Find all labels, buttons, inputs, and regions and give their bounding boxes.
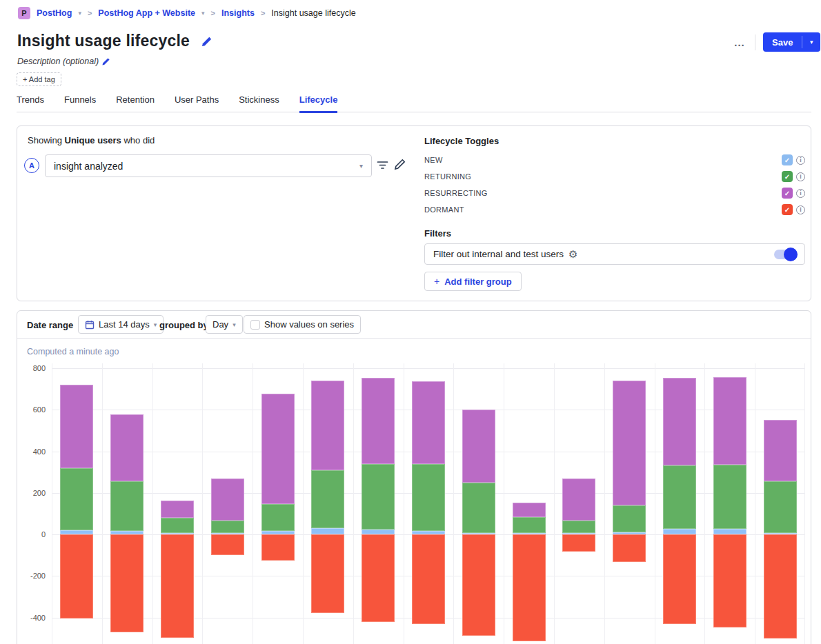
bar-segment-returning[interactable] bbox=[110, 481, 144, 531]
tab-trends[interactable]: Trends bbox=[17, 94, 44, 112]
breadcrumb-item[interactable]: PostHog bbox=[37, 8, 72, 18]
bar-segment-new[interactable] bbox=[362, 530, 395, 534]
date-range-button[interactable]: Last 14 days ▾ bbox=[78, 315, 164, 334]
bar-segment-returning[interactable] bbox=[713, 465, 746, 529]
tab-retention[interactable]: Retention bbox=[116, 94, 155, 112]
bar-segment-dormant[interactable] bbox=[211, 534, 244, 555]
header-divider bbox=[755, 34, 755, 50]
bar-segment-dormant[interactable] bbox=[713, 534, 746, 627]
bar-segment-returning[interactable] bbox=[462, 483, 495, 533]
gridline-v bbox=[755, 363, 755, 644]
bar-segment-resurrecting[interactable] bbox=[211, 479, 244, 521]
gridline-v bbox=[704, 363, 705, 644]
bar-segment-new[interactable] bbox=[713, 529, 746, 534]
tab-user-paths[interactable]: User Paths bbox=[175, 94, 219, 112]
gridline-v bbox=[253, 363, 253, 644]
gridline-v bbox=[303, 363, 304, 644]
gridline-v bbox=[353, 363, 354, 644]
bar-segment-resurrecting[interactable] bbox=[362, 378, 395, 464]
breadcrumb-separator: > bbox=[261, 9, 265, 17]
bar-segment-returning[interactable] bbox=[412, 464, 445, 532]
tab-funnels[interactable]: Funnels bbox=[64, 94, 96, 112]
interval-select[interactable]: Day ▾ bbox=[206, 315, 243, 334]
bar-segment-returning[interactable] bbox=[362, 464, 395, 530]
bar-segment-dormant[interactable] bbox=[513, 534, 546, 641]
tab-stickiness[interactable]: Stickiness bbox=[239, 94, 279, 112]
bar-segment-returning[interactable] bbox=[513, 517, 546, 533]
more-options-button[interactable]: ... bbox=[730, 33, 749, 51]
bar-segment-returning[interactable] bbox=[60, 468, 93, 530]
bar-segment-returning[interactable] bbox=[261, 504, 295, 531]
bar-segment-dormant[interactable] bbox=[311, 534, 344, 613]
internal-users-toggle[interactable] bbox=[774, 250, 796, 259]
bar-segment-resurrecting[interactable] bbox=[713, 377, 746, 465]
checkbox-returning[interactable]: ✓ bbox=[782, 171, 793, 182]
gridline-v bbox=[102, 363, 103, 644]
bar-segment-dormant[interactable] bbox=[261, 534, 295, 561]
gridline-v bbox=[404, 363, 404, 644]
bar-segment-returning[interactable] bbox=[161, 518, 194, 533]
bar-segment-resurrecting[interactable] bbox=[161, 501, 194, 518]
bar-segment-resurrecting[interactable] bbox=[110, 414, 144, 481]
bar-segment-returning[interactable] bbox=[764, 481, 797, 533]
checkbox-dormant[interactable]: ✓ bbox=[782, 204, 793, 215]
save-button[interactable]: Save ▾ bbox=[763, 32, 820, 52]
bar-segment-resurrecting[interactable] bbox=[462, 410, 495, 483]
posthog-logo[interactable]: P bbox=[18, 7, 30, 19]
bar-segment-resurrecting[interactable] bbox=[261, 394, 295, 504]
bar-segment-returning[interactable] bbox=[311, 470, 344, 528]
bar-segment-new[interactable] bbox=[311, 528, 344, 534]
bar-segment-dormant[interactable] bbox=[663, 534, 696, 624]
save-button-label[interactable]: Save bbox=[763, 32, 802, 52]
edit-description-icon[interactable] bbox=[101, 57, 110, 69]
info-icon: i bbox=[796, 156, 805, 165]
bar-segment-dormant[interactable] bbox=[110, 534, 144, 632]
bar-segment-resurrecting[interactable] bbox=[663, 378, 696, 465]
gear-icon[interactable]: ⚙ bbox=[568, 249, 577, 259]
save-dropdown-caret[interactable]: ▾ bbox=[802, 32, 820, 52]
bar-segment-returning[interactable] bbox=[562, 521, 595, 533]
edit-title-icon[interactable] bbox=[201, 36, 212, 50]
gridline-v bbox=[52, 363, 52, 644]
tab-lifecycle[interactable]: Lifecycle bbox=[299, 94, 338, 113]
bar-segment-dormant[interactable] bbox=[412, 534, 445, 624]
checkbox-resurrecting[interactable]: ✓ bbox=[782, 188, 793, 199]
y-axis-tick: 400 bbox=[17, 447, 46, 456]
bar-segment-dormant[interactable] bbox=[613, 534, 646, 562]
bar-segment-new[interactable] bbox=[663, 529, 696, 534]
description-placeholder[interactable]: Description (optional) bbox=[17, 57, 99, 66]
breadcrumb-item[interactable]: Insights bbox=[221, 8, 255, 18]
bar-segment-resurrecting[interactable] bbox=[613, 381, 646, 505]
y-axis-tick: 0 bbox=[17, 530, 46, 539]
show-values-checkbox[interactable] bbox=[250, 320, 260, 330]
bar-segment-resurrecting[interactable] bbox=[60, 385, 93, 468]
bar-segment-dormant[interactable] bbox=[362, 534, 395, 622]
bar-segment-dormant[interactable] bbox=[462, 534, 495, 636]
checkbox-new[interactable]: ✓ bbox=[782, 154, 793, 165]
bar-segment-resurrecting[interactable] bbox=[412, 381, 445, 464]
add-filter-group-button[interactable]: + Add filter group bbox=[424, 272, 522, 291]
edit-series-icon[interactable] bbox=[394, 159, 406, 172]
bar-segment-returning[interactable] bbox=[663, 465, 696, 529]
filter-icon[interactable] bbox=[377, 160, 388, 172]
bar-segment-dormant[interactable] bbox=[60, 534, 93, 618]
breadcrumb-separator: > bbox=[211, 9, 215, 17]
y-axis-tick: 800 bbox=[17, 364, 46, 372]
bar-segment-returning[interactable] bbox=[613, 505, 646, 532]
chevron-down-icon[interactable]: ▾ bbox=[201, 10, 205, 17]
breadcrumb-item[interactable]: PostHog App + Website bbox=[98, 8, 195, 18]
chevron-down-icon: ▾ bbox=[154, 321, 157, 328]
info-icon: i bbox=[796, 205, 805, 214]
bar-segment-dormant[interactable] bbox=[764, 534, 797, 638]
add-tag-button[interactable]: + Add tag bbox=[17, 72, 61, 86]
bar-segment-resurrecting[interactable] bbox=[764, 420, 797, 481]
event-select[interactable]: insight analyzed ▾ bbox=[45, 154, 372, 177]
bar-segment-dormant[interactable] bbox=[562, 534, 595, 552]
bar-segment-resurrecting[interactable] bbox=[562, 479, 595, 521]
bar-segment-resurrecting[interactable] bbox=[311, 381, 344, 470]
bar-segment-dormant[interactable] bbox=[161, 534, 194, 638]
lifecycle-toggle-label: DORMANT bbox=[424, 205, 464, 214]
chevron-down-icon[interactable]: ▾ bbox=[78, 10, 81, 17]
bar-segment-resurrecting[interactable] bbox=[513, 503, 546, 517]
bar-segment-returning[interactable] bbox=[211, 521, 244, 533]
